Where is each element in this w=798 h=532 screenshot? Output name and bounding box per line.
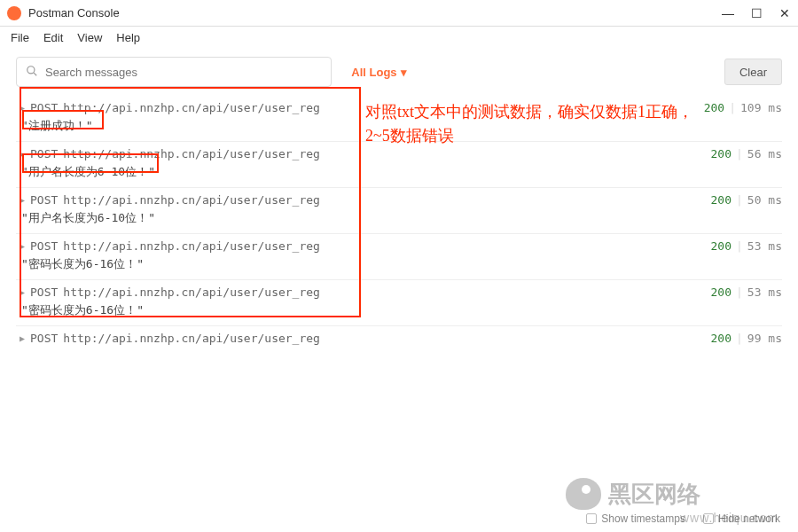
http-method: POST	[30, 193, 58, 207]
response-message: "密码长度为6-16位！"	[20, 253, 782, 274]
http-method: POST	[30, 147, 58, 160]
search-icon	[26, 65, 38, 80]
log-entry: ▶POSThttp://api.nnzhp.cn/api/user/user_r…	[16, 325, 782, 350]
status-code: 200	[711, 147, 732, 160]
request-timing: 200|99 ms	[711, 332, 782, 345]
minimize-button[interactable]: —	[722, 6, 734, 20]
svg-point-0	[27, 66, 35, 73]
title-bar: Postman Console — ☐ ✕	[0, 0, 798, 27]
app-logo-icon	[7, 6, 21, 20]
log-entry: ▶POSThttp://api.nnzhp.cn/api/user/user_r…	[16, 279, 782, 325]
menu-view[interactable]: View	[77, 31, 102, 44]
expand-icon[interactable]: ▶	[20, 333, 25, 343]
status-code: 200	[711, 286, 732, 299]
request-row[interactable]: ▶POSThttp://api.nnzhp.cn/api/user/user_r…	[20, 332, 782, 345]
clear-button[interactable]: Clear	[724, 59, 782, 85]
log-entry: ▶POSThttp://api.nnzhp.cn/api/user/user_r…	[16, 141, 782, 187]
search-input[interactable]	[45, 66, 322, 79]
response-time: 99 ms	[747, 332, 782, 345]
status-code: 200	[711, 239, 732, 253]
window-title: Postman Console	[28, 6, 722, 20]
filter-label: All Logs	[351, 66, 396, 79]
request-row[interactable]: ▶POSThttp://api.nnzhp.cn/api/user/user_r…	[20, 193, 782, 207]
watermark-logo: 黑区网络	[566, 478, 700, 510]
log-entry: ▶POSThttp://api.nnzhp.cn/api/user/user_r…	[16, 96, 782, 141]
request-url: http://api.nnzhp.cn/api/user/user_reg	[63, 101, 320, 114]
request-url: http://api.nnzhp.cn/api/user/user_reg	[63, 147, 320, 160]
log-list[interactable]: ▶POSThttp://api.nnzhp.cn/api/user/user_r…	[0, 96, 798, 495]
response-time: 109 ms	[740, 101, 782, 114]
search-box[interactable]	[16, 57, 332, 87]
menu-help[interactable]: Help	[116, 31, 140, 44]
menu-file[interactable]: File	[11, 31, 29, 44]
log-entry: ▶POSThttp://api.nnzhp.cn/api/user/user_r…	[16, 187, 782, 233]
request-url: http://api.nnzhp.cn/api/user/user_reg	[63, 239, 320, 253]
expand-icon[interactable]: ▶	[20, 241, 25, 251]
response-time: 50 ms	[747, 193, 782, 207]
response-message: "用户名长度为6-10位！"	[20, 160, 782, 182]
request-timing: 200|109 ms	[704, 101, 782, 114]
svg-line-1	[34, 73, 36, 75]
request-row[interactable]: ▶POSThttp://api.nnzhp.cn/api/user/user_r…	[20, 286, 782, 299]
request-url: http://api.nnzhp.cn/api/user/user_reg	[63, 193, 320, 207]
filter-dropdown[interactable]: All Logs ▾	[351, 66, 406, 79]
expand-icon[interactable]: ▶	[20, 195, 25, 205]
window-controls: — ☐ ✕	[722, 6, 791, 20]
expand-icon[interactable]: ▶	[20, 103, 25, 113]
request-timing: 200|53 ms	[711, 286, 782, 299]
chevron-down-icon: ▾	[401, 66, 407, 79]
close-button[interactable]: ✕	[778, 6, 791, 20]
menu-edit[interactable]: Edit	[43, 31, 63, 44]
response-time: 56 ms	[747, 147, 782, 160]
mushroom-icon	[566, 478, 601, 510]
status-code: 200	[704, 101, 724, 114]
request-row[interactable]: ▶POSThttp://api.nnzhp.cn/api/user/user_r…	[20, 239, 782, 253]
request-row[interactable]: ▶POSThttp://api.nnzhp.cn/api/user/user_r…	[20, 147, 782, 160]
response-time: 53 ms	[747, 239, 782, 253]
http-method: POST	[30, 286, 58, 299]
checkbox-icon	[586, 513, 597, 524]
toolbar: All Logs ▾ Clear	[0, 48, 798, 96]
expand-icon[interactable]: ▶	[20, 287, 25, 297]
status-code: 200	[711, 193, 732, 207]
request-url: http://api.nnzhp.cn/api/user/user_reg	[63, 332, 320, 345]
request-row[interactable]: ▶POSThttp://api.nnzhp.cn/api/user/user_r…	[20, 101, 782, 114]
menu-bar: File Edit View Help	[0, 27, 798, 48]
http-method: POST	[30, 101, 58, 114]
http-method: POST	[30, 332, 58, 345]
response-time: 53 ms	[747, 286, 782, 299]
request-timing: 200|50 ms	[711, 193, 782, 207]
show-timestamps-checkbox[interactable]: Show timestamps	[586, 512, 685, 525]
watermark-url: www.heiqu.com	[680, 511, 778, 525]
status-code: 200	[711, 332, 732, 345]
log-entry: ▶POSThttp://api.nnzhp.cn/api/user/user_r…	[16, 233, 782, 279]
expand-icon[interactable]: ▶	[20, 149, 25, 159]
response-message: "密码长度为6-16位！"	[20, 299, 782, 320]
http-method: POST	[30, 239, 58, 253]
request-url: http://api.nnzhp.cn/api/user/user_reg	[63, 286, 320, 299]
response-message: "用户名长度为6-10位！"	[20, 207, 782, 228]
request-timing: 200|56 ms	[711, 147, 782, 160]
maximize-button[interactable]: ☐	[750, 6, 763, 20]
request-timing: 200|53 ms	[711, 239, 782, 253]
response-message: "注册成功！"	[20, 114, 782, 136]
